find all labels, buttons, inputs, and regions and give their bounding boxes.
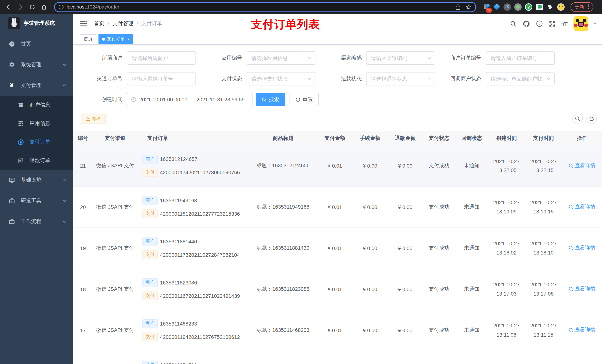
- extensions-puzzle-icon[interactable]: [547, 3, 554, 10]
- search-button[interactable]: 搜索: [256, 93, 285, 106]
- sidebar-item-pay[interactable]: ¥ 支付管理: [0, 75, 73, 96]
- reset-button[interactable]: 重置: [290, 93, 319, 106]
- browser-menu-icon[interactable]: [588, 4, 589, 9]
- cell-refund: ¥ 0.00: [388, 187, 423, 228]
- col-fee: 手续金额: [353, 131, 388, 145]
- sidebar-item-merchant-info[interactable]: 商户信息: [0, 96, 73, 114]
- page-title: 支付订单列表: [251, 17, 320, 32]
- avatar-caret-icon[interactable]: [593, 22, 597, 25]
- breadcrumb-home[interactable]: 首页: [94, 20, 104, 27]
- bookmark-star-icon[interactable]: [466, 4, 472, 10]
- pay-status-select[interactable]: [247, 76, 315, 82]
- cell-status: 支付成功: [423, 269, 455, 310]
- tag-home[interactable]: 首页: [80, 34, 96, 44]
- font-size-icon[interactable]: ᴛT: [562, 21, 567, 27]
- merchant-order-input[interactable]: [486, 55, 554, 61]
- tag-close-icon[interactable]: ×: [127, 37, 130, 41]
- channel-order-input[interactable]: [127, 76, 195, 82]
- site-info-icon[interactable]: [58, 4, 64, 10]
- notify-status-select[interactable]: [486, 76, 554, 82]
- extension-grid-icon[interactable]: 10: [482, 3, 489, 10]
- fullscreen-icon[interactable]: [549, 21, 556, 27]
- document-icon: [18, 157, 24, 164]
- export-button[interactable]: 导出: [81, 114, 106, 124]
- sidebar-item-workflow[interactable]: 工作流程: [0, 211, 73, 232]
- refund-status-select[interactable]: [366, 76, 435, 82]
- search-icon: [569, 163, 573, 168]
- refresh-icon: [295, 97, 300, 102]
- sidebar-item-devtools[interactable]: 研发工具: [0, 190, 73, 211]
- toolbox-icon: [9, 219, 15, 225]
- view-detail-link[interactable]: 查看详情: [569, 245, 595, 251]
- sidebar-item-label: 应用信息: [30, 120, 50, 127]
- table-row: 21 微信 JSAPI 支付 商户1635312124657 支付4200001…: [73, 145, 602, 187]
- app-select[interactable]: [247, 55, 315, 61]
- dashboard-icon: [9, 41, 15, 47]
- sidebar-menu: 首页 系统管理 ¥ 支付管理: [0, 33, 73, 232]
- sidebar-item-infra[interactable]: 基础设施: [0, 170, 73, 190]
- refresh-button[interactable]: [586, 114, 597, 124]
- pay-order-no: 4200001167202110271022491439: [160, 293, 240, 299]
- extension-record-icon[interactable]: [514, 3, 522, 10]
- channel-code-select[interactable]: [366, 55, 435, 61]
- sidebar-item-pay-order[interactable]: 支付订单: [0, 133, 73, 151]
- cell-notify: 未通知: [455, 269, 488, 310]
- cell-notify: 未通知: [455, 228, 488, 269]
- filter-label: 所属商户: [81, 55, 127, 62]
- sidebar-item-refund-order[interactable]: 退款订单: [0, 151, 73, 170]
- sidebar-item-system[interactable]: 系统管理: [0, 54, 73, 75]
- breadcrumb: 首页 / 支付管理 / 支付订单: [94, 20, 162, 27]
- browser-reload-button[interactable]: [27, 2, 37, 12]
- chevron-down-icon: [62, 219, 67, 224]
- extension-y-icon[interactable]: y: [525, 3, 532, 10]
- browser-update-button[interactable]: 更新: [570, 2, 593, 12]
- active-dot: [102, 38, 105, 41]
- merchant-tag: 商户: [142, 196, 158, 205]
- search-icon[interactable]: [510, 21, 517, 27]
- view-detail-link[interactable]: 查看详情: [569, 162, 595, 169]
- sidebar-item-label: 退款订单: [30, 157, 50, 164]
- shop-icon: [18, 102, 24, 108]
- page-content: 所属商户 应用编号 渠道编码: [73, 45, 602, 364]
- browser-back-button[interactable]: [4, 2, 13, 12]
- merchant-input[interactable]: [127, 55, 195, 61]
- url-bar[interactable]: localhost:1024/pay/order: [54, 2, 476, 12]
- sidebar-item-app-info[interactable]: 应用信息: [0, 114, 73, 133]
- search-icon: [569, 287, 573, 291]
- monitor-chart-icon: [9, 177, 15, 183]
- pay-tag: 支付: [142, 209, 158, 218]
- github-icon[interactable]: [523, 20, 530, 27]
- extension-command-icon[interactable]: ⌘: [504, 3, 511, 10]
- avatar[interactable]: [573, 16, 588, 31]
- sidebar-item-label: 系统管理: [21, 62, 56, 68]
- sidebar-logo[interactable]: 芋道管理系统: [0, 14, 73, 33]
- extension-chat-icon[interactable]: [536, 3, 543, 10]
- browser-chrome: localhost:1024/pay/order 10 ⌘ y 更新: [0, 0, 602, 14]
- view-detail-link[interactable]: 查看详情: [569, 286, 595, 292]
- extension-emoji-icon[interactable]: [557, 3, 565, 10]
- toggle-search-button[interactable]: [572, 114, 583, 124]
- breadcrumb-pay[interactable]: 支付管理: [113, 20, 133, 27]
- pay-order-no: 4200001173202110272847982104: [160, 252, 240, 258]
- help-icon[interactable]: ?: [536, 20, 543, 27]
- view-detail-link[interactable]: 查看详情: [569, 327, 595, 333]
- update-label: 更新: [575, 3, 584, 10]
- cell-fee: ¥ 0.00: [353, 228, 388, 269]
- browser-home-button[interactable]: [39, 2, 49, 12]
- create-time-range-picker[interactable]: 2021-10-01 00:00:00 - 2021-10-31 23:59:5…: [127, 93, 253, 106]
- share-icon[interactable]: [455, 4, 461, 10]
- cell-channel: 微信 JSAPI 支付: [93, 310, 138, 351]
- sidebar-collapse-icon[interactable]: [80, 20, 87, 27]
- extension-kite-icon[interactable]: [493, 3, 500, 10]
- table-row: 20 微信 JSAPI 支付 商户1635311949168 支付4200001…: [73, 187, 602, 228]
- cell-id: 19: [73, 228, 93, 269]
- sidebar-item-home[interactable]: 首页: [0, 34, 73, 54]
- tags-view: 首页 支付订单 ×: [73, 34, 602, 45]
- tag-pay-order[interactable]: 支付订单 ×: [98, 34, 133, 44]
- view-detail-link[interactable]: 查看详情: [569, 204, 595, 210]
- cell-id: 20: [73, 187, 93, 228]
- filter-label: 回调商户状态: [440, 75, 486, 82]
- cell-id: 17: [73, 310, 93, 351]
- sidebar-item-label: 商户信息: [30, 102, 50, 108]
- browser-forward-button[interactable]: [16, 2, 25, 12]
